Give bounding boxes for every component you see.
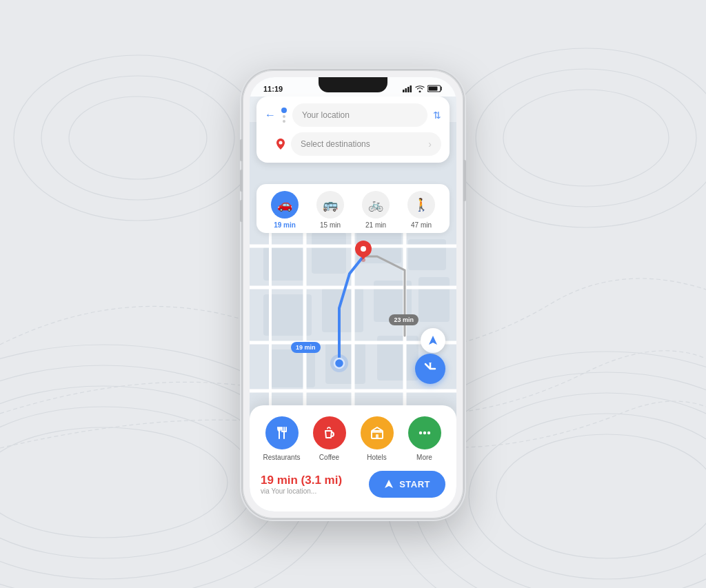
svg-point-1 [0,407,255,558]
route-time: 19 min (3.1 mi) [261,474,342,487]
chevron-right-icon: › [428,139,432,150]
car-time: 19 min [274,221,296,229]
svg-rect-24 [418,277,450,322]
route-badge-23: 23 min [389,314,418,325]
svg-point-10 [69,97,207,179]
svg-point-2 [0,386,283,579]
svg-point-47 [279,141,283,144]
phone-frame: 19 min 23 min 11:19 [243,70,463,518]
poi-restaurants[interactable]: Restaurants [261,416,303,461]
svg-point-5 [496,434,706,558]
navigation-icon [384,479,394,489]
svg-rect-20 [408,239,446,270]
svg-marker-57 [385,480,393,488]
coffee-icon-circle [313,416,346,449]
hotels-icon-circle [361,416,394,449]
location-row: ← Your location ⇅ [265,103,441,127]
back-button[interactable]: ← [265,109,276,121]
destination-row: Select destinations › [265,132,441,156]
status-icons [403,85,443,92]
svg-rect-18 [312,232,346,274]
directions-button[interactable] [415,354,445,384]
location-placeholder: Your location [302,110,350,120]
hotel-icon [370,425,385,440]
more-icon-circle [408,416,441,449]
poi-hotels[interactable]: Hotels [356,416,398,461]
wifi-icon [415,85,425,92]
phone-screen: 19 min 23 min 11:19 [250,77,456,511]
bike-time: 21 min [365,221,386,229]
route-badge-19: 19 min [291,342,321,353]
notch [319,77,387,92]
coffee-label: Coffee [319,454,339,461]
my-location-button[interactable] [421,328,445,353]
route-via: via Your location... [261,487,342,495]
svg-rect-43 [407,87,410,92]
route-dots [281,108,287,123]
coffee-icon [322,425,337,440]
transport-bike[interactable]: 🚲 21 min [362,191,390,229]
svg-point-0 [0,427,228,538]
bike-icon-circle: 🚲 [362,191,390,219]
poi-grid: Restaurants Coffee [261,416,445,461]
svg-point-7 [441,393,706,588]
svg-point-37 [330,354,348,372]
poi-coffee[interactable]: Coffee [308,416,350,461]
bus-icon-circle: 🚌 [316,191,344,219]
destination-input[interactable]: Select destinations › [291,132,441,156]
svg-point-40 [361,246,366,252]
bottom-panel: Restaurants Coffee [250,405,456,511]
route-details: 19 min (3.1 mi) via Your location... [261,474,342,495]
svg-point-13 [503,90,669,186]
transport-bus[interactable]: 🚌 15 min [316,191,344,229]
battery-icon [427,85,443,92]
svg-point-11 [41,76,234,200]
svg-point-6 [469,414,706,579]
start-label: START [399,479,430,489]
restaurants-label: Restaurants [263,454,301,461]
swap-button[interactable]: ⇅ [433,110,441,121]
svg-point-15 [448,48,706,227]
transport-bar: 🚗 19 min 🚌 15 min 🚲 21 min 🚶 47 min [256,184,450,233]
bus-time: 15 min [320,221,341,229]
svg-point-55 [423,431,425,434]
svg-rect-25 [270,349,315,387]
svg-rect-41 [403,90,405,92]
svg-marker-48 [429,363,432,365]
mid-dot-1 [283,115,285,118]
svg-point-12 [14,55,262,221]
hotels-label: Hotels [367,454,386,461]
location-arrow-icon [427,335,438,346]
pin-icon [276,139,285,149]
origin-dot [281,108,287,113]
status-time: 11:19 [263,85,283,93]
restaurants-icon-circle [265,416,299,449]
car-icon-circle: 🚗 [271,191,299,219]
status-bar: 11:19 [250,77,456,97]
signal-icon [403,85,412,92]
transport-walk[interactable]: 🚶 47 min [407,191,435,229]
destination-placeholder: Select destinations [301,139,370,149]
svg-rect-46 [429,87,438,91]
fork-knife-icon [274,425,290,440]
walk-time: 47 min [411,221,432,229]
transport-car[interactable]: 🚗 19 min [271,191,299,229]
svg-point-54 [418,431,421,434]
walk-icon-circle: 🚶 [407,191,435,219]
route-info-row: 19 min (3.1 mi) via Your location... STA… [261,471,445,498]
svg-point-56 [427,431,430,434]
svg-rect-42 [405,88,407,92]
svg-rect-44 [410,85,412,92]
poi-more[interactable]: More [403,416,445,461]
turn-icon [422,361,438,377]
top-panel: ← Your location ⇅ [256,97,450,163]
more-label: More [416,454,432,461]
start-button[interactable]: START [369,471,445,498]
location-input[interactable]: Your location [292,103,427,127]
more-dots-icon [417,425,432,440]
svg-rect-53 [376,434,379,438]
mid-dot-2 [283,120,285,123]
